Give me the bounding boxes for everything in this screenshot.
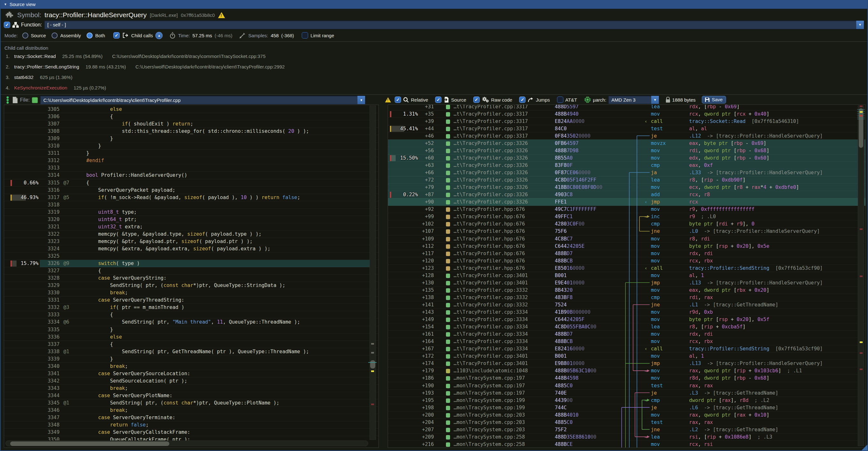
- source-file-marker-icon[interactable]: [446, 376, 450, 381]
- source-location[interactable]: …t\TracyProfiler.cpp:3334: [454, 309, 528, 315]
- source-location[interactable]: …mon\TracySystem.cpp:197: [454, 390, 525, 396]
- source-line-row[interactable]: 15.79%3326@9 switch( type ): [4, 260, 378, 267]
- source-location[interactable]: …mon\TracySystem.cpp:258: [454, 441, 525, 448]
- source-location[interactable]: …t\TracyProfiler.cpp:3332: [454, 301, 528, 308]
- asm-instruction-row[interactable]: +207…mon\TracySystem.cpp:20375F2jne.L2 -…: [388, 426, 865, 433]
- source-file-marker-icon[interactable]: [446, 112, 450, 117]
- asm-instruction-row[interactable]: +109…t\TracyProfiler.hpp:6764C8BC7movr8,…: [388, 235, 865, 243]
- resize-handle-icon[interactable]: [862, 445, 867, 450]
- source-file-marker-icon[interactable]: [446, 134, 450, 139]
- source-location[interactable]: …t\TracyProfiler.hpp:676: [454, 235, 525, 242]
- source-location[interactable]: …mon\TracySystem.cpp:258: [454, 433, 525, 441]
- source-location[interactable]: …t\TracyProfiler.hpp:676: [454, 257, 525, 264]
- line-number[interactable]: 3325: [42, 252, 60, 260]
- asm-instruction-row[interactable]: +92…t\TracyProfiler.hpp:67649C7C1FFFFFFF…: [388, 205, 865, 213]
- line-number[interactable]: 3320: [42, 216, 60, 223]
- source-file-marker-icon[interactable]: [446, 156, 450, 160]
- symbol-warning-icon[interactable]: [218, 12, 225, 18]
- source-location[interactable]: …t\TracyProfiler.cpp:3326: [454, 184, 528, 191]
- line-number[interactable]: 3327: [42, 267, 60, 274]
- child-call-item[interactable]: 1.tracy::Socket::Read25.25 ms (54.89%)C:…: [6, 54, 266, 61]
- relative-checkbox[interactable]: ✓: [395, 96, 401, 103]
- jumps-checkbox[interactable]: ✓: [519, 96, 526, 103]
- line-number[interactable]: 3346: [42, 407, 60, 414]
- asm-instruction-row[interactable]: +120…t\TracyProfiler.hpp:676488BCBmovrcx…: [388, 257, 865, 265]
- line-number[interactable]: 3306: [42, 113, 60, 120]
- uarch-combo-arrow-icon[interactable]: ▼: [651, 96, 659, 104]
- source-pane[interactable]: 3305 else3306 {3307 if( shouldExit ) ret…: [4, 104, 379, 448]
- asm-instruction-row[interactable]: +186…mon\TracySystem.cpp:197448B4598movr…: [388, 374, 865, 382]
- asm-instruction-row[interactable]: +200…mon\TracySystem.cpp:203488B4010movr…: [388, 411, 865, 419]
- source-line-row[interactable]: 3305 else: [4, 106, 378, 113]
- source-file-marker-icon[interactable]: [446, 142, 450, 146]
- line-number[interactable]: 3311: [42, 150, 60, 157]
- collapse-triangle-icon[interactable]: ▼: [4, 3, 7, 6]
- source-line-row[interactable]: 3318: [4, 201, 378, 209]
- source-vscrollbar[interactable]: [370, 106, 376, 440]
- source-location[interactable]: …t\TracyProfiler.cpp:3326: [454, 191, 528, 198]
- source-location[interactable]: …t\TracyProfiler.cpp:3326: [454, 154, 528, 161]
- jumps-label[interactable]: Jumps: [536, 97, 550, 102]
- line-number[interactable]: 3318: [42, 201, 60, 208]
- asm-instruction-row[interactable]: +198…mon\TracySystem.cpp:199744Cje.L6 ->…: [388, 404, 865, 412]
- source-file-marker-icon[interactable]: [446, 332, 450, 337]
- source-file-marker-icon[interactable]: [446, 274, 450, 278]
- source-line-row[interactable]: 3339 }: [4, 355, 378, 363]
- source-file-marker-icon[interactable]: [446, 171, 450, 175]
- source-location[interactable]: …t\TracyProfiler.cpp:3317: [454, 132, 528, 140]
- source-file-marker-icon[interactable]: [446, 428, 450, 432]
- mode-source-label[interactable]: Source: [31, 33, 46, 38]
- line-number[interactable]: 3319: [42, 209, 60, 216]
- asm-instruction-row[interactable]: +172…t\TracyProfiler.cpp:3401B001moval, …: [388, 352, 865, 360]
- source-file-marker-icon[interactable]: [446, 193, 450, 197]
- file-combo[interactable]: C:\Users\wolf\Desktop\darkrl\contrib\tra…: [40, 95, 365, 104]
- source-file-marker-icon[interactable]: [446, 296, 450, 300]
- source-line-row[interactable]: 3330 break;: [4, 289, 378, 297]
- source-location[interactable]: …1103\include\atomic:1048: [454, 367, 528, 374]
- asm-instruction-row[interactable]: +138…t\TracyProfiler.cpp:3332483BF8cmprd…: [388, 294, 865, 301]
- source-line-row[interactable]: 3321 uint32_t extra;: [4, 223, 378, 231]
- source-file-marker-icon[interactable]: [446, 244, 450, 249]
- source-line-row[interactable]: 3344 case ServerQueryPlotName:: [4, 392, 378, 399]
- line-number[interactable]: 3321: [42, 223, 60, 230]
- source-hscrollbar[interactable]: [5, 441, 368, 446]
- source-file-marker-icon[interactable]: [446, 163, 450, 168]
- source-file-marker-icon[interactable]: [446, 259, 450, 263]
- source-line-row[interactable]: 3333 {: [4, 311, 378, 319]
- source-location[interactable]: …mon\TracySystem.cpp:199: [454, 397, 525, 404]
- source-file-marker-icon[interactable]: [446, 222, 450, 227]
- line-number[interactable]: 3347: [42, 414, 60, 421]
- asm-instruction-row[interactable]: +72…t\TracyProfiler.cpp:33264C8D05F146F2…: [388, 176, 865, 184]
- source-line-row[interactable]: 3338@1 SendString( ptr, GetThreadName( p…: [4, 348, 378, 356]
- source-location[interactable]: …t\TracyProfiler.cpp:3401: [454, 279, 528, 286]
- source-line-row[interactable]: 3325: [4, 252, 378, 260]
- source-location[interactable]: …t\TracyProfiler.cpp:3317: [454, 104, 528, 110]
- source-file-marker-icon[interactable]: [446, 391, 450, 396]
- limit-range-checkbox[interactable]: [302, 32, 308, 38]
- line-number[interactable]: 3333: [42, 311, 60, 318]
- source-line-row[interactable]: 3348 return false;: [4, 421, 378, 429]
- source-line-row[interactable]: 3323 memcpy( &ptr, &payload.ptr, sizeof(…: [4, 238, 378, 245]
- source-file-marker-icon[interactable]: [446, 200, 450, 205]
- source-line-row[interactable]: 3322 memcpy( &type, &payload.type, sizeo…: [4, 230, 378, 238]
- line-number[interactable]: 3305: [42, 106, 60, 113]
- line-number[interactable]: 3323: [42, 238, 60, 245]
- function-combo-arrow-icon[interactable]: ▼: [856, 21, 864, 29]
- source-location[interactable]: …mon\TracySystem.cpp:203: [454, 412, 525, 419]
- line-number[interactable]: 3341: [42, 370, 60, 377]
- source-location[interactable]: …t\TracyProfiler.cpp:3334: [454, 323, 528, 330]
- source-line-row[interactable]: 3337 {: [4, 340, 378, 348]
- asm-instruction-row[interactable]: +154…t\TracyProfiler.cpp:33344C8D055FBA0…: [388, 323, 865, 331]
- source-hscrollbar-thumb[interactable]: [10, 442, 169, 446]
- source-line-row[interactable]: 3349 case ServerQueryCallstackFrame:: [4, 428, 378, 436]
- source-file-marker-icon[interactable]: [446, 215, 450, 219]
- asm-instruction-row[interactable]: +31…t\TracyProfiler.cpp:3317488D5597lear…: [388, 104, 865, 111]
- line-number[interactable]: 3336: [42, 333, 60, 340]
- function-combo[interactable]: [ - self - ] ▼: [44, 20, 864, 29]
- source-line-row[interactable]: 3346 break;: [4, 407, 378, 414]
- source-line-row[interactable]: 3342 SendSourceLocation( ptr );: [4, 377, 378, 385]
- line-number[interactable]: 3332: [42, 304, 60, 311]
- asm-instruction-row[interactable]: +112…t\TracyProfiler.hpp:676C64424205Emo…: [388, 242, 865, 250]
- source-file-marker-icon[interactable]: [446, 149, 450, 153]
- relative-label[interactable]: Relative: [411, 97, 428, 102]
